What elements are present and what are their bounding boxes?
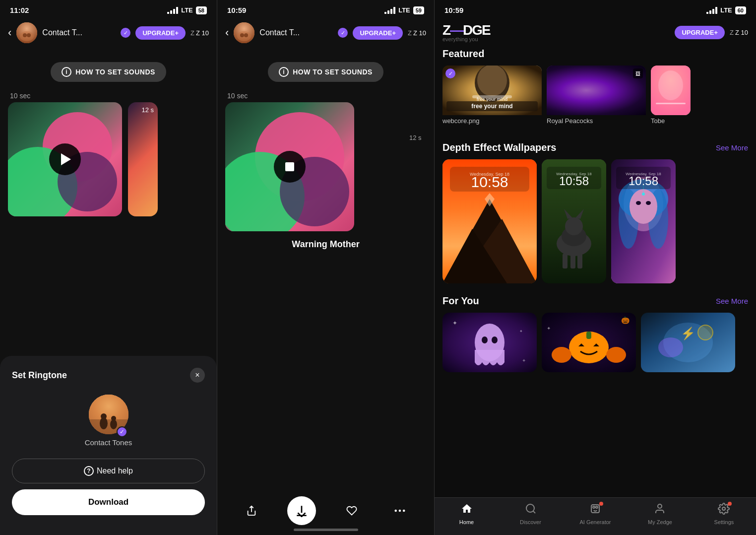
partial-dur-2: 12 s [409, 134, 426, 141]
ai-icon [589, 503, 601, 518]
svg-point-15 [395, 510, 397, 512]
status-bar-2: 10:59 LTE 59 [217, 0, 434, 18]
signal-1 [167, 7, 178, 14]
myzedge-svg [654, 503, 666, 515]
back-button-1[interactable]: ‹ [8, 26, 11, 39]
verified-badge-1: ✓ [121, 28, 130, 38]
myzedge-label: My Zedge [648, 519, 672, 525]
upgrade-button-2[interactable]: UPGRADE+ [353, 26, 403, 40]
svg-line-97 [533, 511, 535, 513]
svg-text:⚡: ⚡ [681, 326, 695, 340]
for-you-card-2[interactable]: 🎃 ✦ [542, 313, 636, 372]
depth-effect-title: Depth Effect Wallpapers [442, 142, 556, 153]
for-you-see-more[interactable]: See More [716, 297, 748, 305]
featured-card-1-label: webcore.png [442, 115, 542, 125]
zedge-subtitle: everything you [442, 36, 490, 42]
set-ringtone-modal: Set Ringtone × [0, 356, 217, 535]
panel-3: 10:59 LTE 60 Z — DGE everything you UPGR… [435, 0, 756, 535]
download-button[interactable]: Download [12, 489, 205, 515]
depth-card-1[interactable]: Wednesday, Sep 18 10:58 [442, 159, 537, 283]
svg-rect-56 [570, 254, 575, 268]
upgrade-button-1[interactable]: UPGRADE+ [135, 26, 186, 40]
nav-home[interactable]: Home [452, 503, 482, 525]
dog-art: Wednesday, Sep 18 10:58 [542, 159, 606, 283]
ghost-art: ✦ ✦ ✦ [442, 313, 537, 372]
settings-label: Settings [714, 519, 734, 525]
modal-close-button[interactable]: × [190, 368, 205, 383]
lte-1: LTE [181, 6, 193, 14]
avatar-1 [16, 22, 37, 43]
how-to-label-1: HOW TO SET SOUNDS [75, 68, 155, 76]
discover-label: Discover [520, 519, 541, 525]
info-icon-1: i [62, 67, 71, 77]
more-icon [394, 509, 405, 512]
audio-cards-1: 12 s [0, 102, 217, 216]
for-you-title: For You [442, 295, 479, 307]
status-bar-3: 10:59 LTE 60 [435, 0, 756, 18]
credits-2: Z Z 10 [408, 29, 426, 37]
svg-text:10:58: 10:58 [559, 174, 589, 188]
nav-myzedge[interactable]: My Zedge [645, 503, 675, 525]
modal-verified-badge: ✓ [117, 426, 127, 437]
svg-point-52 [565, 217, 583, 235]
svg-point-95 [698, 325, 713, 340]
home-label: Home [459, 519, 474, 525]
svg-point-88 [606, 347, 626, 363]
zedge-logo: Z — DGE everything you [442, 22, 490, 42]
how-to-sounds-btn-1[interactable]: i HOW TO SET SOUNDS [51, 62, 166, 82]
discover-icon [525, 503, 537, 518]
depth-effect-header: Depth Effect Wallpapers See More [435, 142, 756, 153]
for-you-card-3[interactable]: ⚡ [641, 313, 735, 372]
peacock-type-overlay: 🖼 [633, 68, 643, 78]
home-indicator-2 [294, 529, 358, 531]
credits-3: Z Z 10 [730, 29, 748, 36]
ai-dot [599, 502, 603, 506]
depth-see-more[interactable]: See More [716, 143, 748, 152]
svg-point-2 [23, 33, 27, 37]
featured-title: Featured [442, 48, 484, 60]
svg-text:✦: ✦ [519, 329, 523, 334]
svg-point-96 [526, 504, 534, 512]
svg-point-100 [596, 506, 598, 508]
featured-card-1[interactable]: free your mind ✓ free your mind webcore.… [442, 66, 542, 130]
play-button-1[interactable] [49, 143, 81, 175]
svg-text:10:58: 10:58 [629, 174, 658, 188]
track-name: Warning Mother [292, 239, 359, 249]
ai-label: AI Generator [580, 519, 611, 525]
contact-name-2: Contact T... [259, 28, 333, 37]
z-icon-1: Z [190, 29, 194, 37]
share-button[interactable] [239, 498, 264, 523]
for-you-scroll: ✦ ✦ ✦ [435, 313, 756, 372]
depth-card-2[interactable]: Wednesday, Sep 18 10:58 [542, 159, 606, 283]
need-help-button[interactable]: ? Need help [12, 459, 205, 483]
for-you-card-1[interactable]: ✦ ✦ ✦ [442, 313, 537, 372]
download-fab-button[interactable] [287, 496, 316, 525]
featured-card-3[interactable]: Tobe [651, 66, 691, 130]
nav-settings[interactable]: Settings [709, 503, 739, 525]
nav-discover[interactable]: Discover [516, 503, 546, 525]
featured-card-2[interactable]: 🖼 Royal Peacocks [547, 66, 646, 130]
back-button-2[interactable]: ‹ [225, 26, 229, 39]
upgrade-button-3[interactable]: UPGRADE+ [675, 26, 725, 39]
nav-ai[interactable]: AI Generator [580, 503, 611, 525]
how-to-sounds-btn-2[interactable]: i HOW TO SET SOUNDS [268, 62, 383, 82]
depth-scroll: Wednesday, Sep 18 10:58 [435, 159, 756, 283]
peacock-bg [547, 66, 646, 115]
svg-point-77 [482, 336, 488, 343]
audio-card-2[interactable] [225, 102, 354, 231]
stop-button-2[interactable] [274, 151, 306, 183]
depth-card-3[interactable]: Wednesday, Sep 18 10:58 [611, 159, 676, 283]
heart-icon [346, 505, 357, 516]
svg-point-67 [636, 201, 641, 205]
settings-icon [718, 503, 730, 518]
audio-card-1[interactable] [8, 102, 122, 216]
header-bar-1: ‹ Contact T... ✓ UPGRADE [0, 18, 217, 47]
more-button[interactable] [387, 498, 412, 523]
discover-svg [525, 503, 537, 515]
like-button[interactable] [339, 498, 364, 523]
modal-avatar-container: ✓ Contact Tones [12, 395, 205, 447]
battery-1: 58 [196, 6, 207, 14]
z-icon-2: Z [408, 29, 412, 37]
modal-header: Set Ringtone × [12, 368, 205, 383]
svg-point-102 [722, 507, 725, 510]
